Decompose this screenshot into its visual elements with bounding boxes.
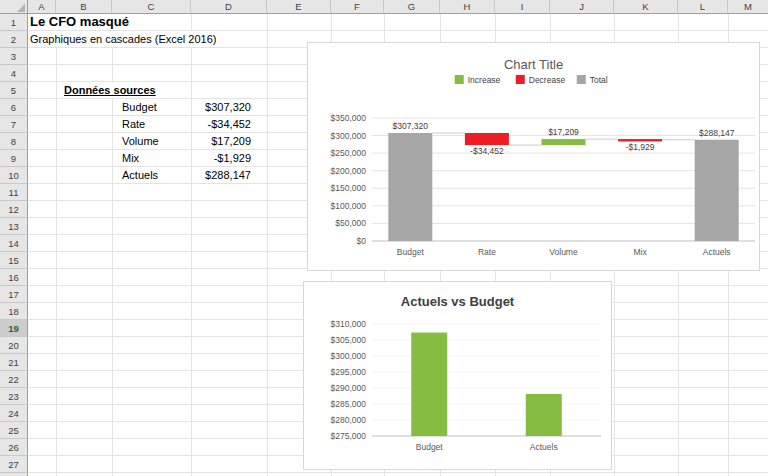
cell-value-rate[interactable]: -$34,452 xyxy=(192,116,259,132)
row-header-8[interactable]: 8 xyxy=(0,133,28,150)
cell-value-mix[interactable]: -$1,929 xyxy=(192,150,259,166)
legend-label-total[interactable]: Total xyxy=(590,75,608,85)
legend-swatch-increase[interactable] xyxy=(455,75,464,84)
waterfall-bar-rate[interactable] xyxy=(465,133,509,145)
row-header-18[interactable]: 18 xyxy=(0,303,28,320)
row-header-4[interactable]: 4 xyxy=(0,65,28,82)
y-tick-label: $200,000 xyxy=(331,166,367,176)
cell-value-volume[interactable]: $17,209 xyxy=(192,133,259,149)
column-header-D[interactable]: D xyxy=(191,0,267,14)
row-header-2[interactable]: 2 xyxy=(0,31,28,48)
bar-actuels[interactable] xyxy=(526,394,562,436)
row-header-6[interactable]: 6 xyxy=(0,99,28,116)
cell-label-volume[interactable]: Volume xyxy=(122,133,159,149)
row-header-9[interactable]: 9 xyxy=(0,150,28,167)
chart-title[interactable]: Chart Title xyxy=(504,57,563,72)
waterfall-chart-svg: Chart TitleIncreaseDecreaseTotal$0$50,00… xyxy=(308,43,759,270)
cell-value-actuels[interactable]: $288,147 xyxy=(192,167,259,183)
row-header-7[interactable]: 7 xyxy=(0,116,28,133)
bar-budget[interactable] xyxy=(411,333,447,436)
cell-label-actuels[interactable]: Actuels xyxy=(122,167,158,183)
column-header-F[interactable]: F xyxy=(331,0,384,14)
legend-swatch-total[interactable] xyxy=(577,75,586,84)
row-header-12[interactable]: 12 xyxy=(0,201,28,218)
row-header-20[interactable]: 20 xyxy=(0,337,28,354)
column-header-M[interactable]: M xyxy=(728,0,768,14)
column-header-E[interactable]: E xyxy=(267,0,331,14)
column-header-B[interactable]: B xyxy=(56,0,112,14)
row-header-17[interactable]: 17 xyxy=(0,286,28,303)
y-tick-label: $295,000 xyxy=(331,367,367,377)
x-tick-label: Actuels xyxy=(530,442,558,452)
waterfall-chart[interactable]: Chart TitleIncreaseDecreaseTotal$0$50,00… xyxy=(307,42,760,271)
row-header-24[interactable]: 24 xyxy=(0,405,28,422)
row-header-14[interactable]: 14 xyxy=(0,235,28,252)
spreadsheet: ABCDEFGHIJKLM 12345678910111213141516171… xyxy=(0,0,768,476)
y-tick-label: $350,000 xyxy=(331,113,367,123)
y-tick-label: $0 xyxy=(357,236,367,246)
column-header-K[interactable]: K xyxy=(614,0,678,14)
chart-title[interactable]: Actuels vs Budget xyxy=(401,294,515,309)
row-header-10[interactable]: 10 xyxy=(0,167,28,184)
cell-sheet-subtitle[interactable]: Graphiques en cascades (Excel 2016) xyxy=(30,31,217,47)
column-header-H[interactable]: H xyxy=(440,0,495,14)
y-tick-label: $100,000 xyxy=(331,201,367,211)
row-header-19[interactable]: 19 xyxy=(0,320,28,337)
x-tick-label: Rate xyxy=(478,247,496,257)
column-header-L[interactable]: L xyxy=(678,0,728,14)
cell-value-budget[interactable]: $307,320 xyxy=(192,99,259,115)
waterfall-bar-mix[interactable] xyxy=(618,139,662,141)
cell-label-mix[interactable]: Mix xyxy=(122,150,139,166)
y-tick-label: $305,000 xyxy=(331,335,367,345)
y-tick-label: $290,000 xyxy=(331,383,367,393)
row-header-15[interactable]: 15 xyxy=(0,252,28,269)
bar-chart-svg: Actuels vs Budget$275,000$280,000$285,00… xyxy=(304,282,611,469)
row-header-16[interactable]: 16 xyxy=(0,269,28,286)
grid-vline xyxy=(56,14,57,476)
row-header-23[interactable]: 23 xyxy=(0,388,28,405)
y-tick-label: $250,000 xyxy=(331,148,367,158)
x-tick-label: Budget xyxy=(397,247,425,257)
grid-vline xyxy=(267,14,268,476)
legend-label-decrease[interactable]: Decrease xyxy=(529,75,566,85)
y-tick-label: $50,000 xyxy=(335,218,366,228)
grid-vline xyxy=(191,14,192,476)
waterfall-bar-actuels[interactable] xyxy=(695,140,739,241)
row-header-27[interactable]: 27 xyxy=(0,456,28,473)
row-header-22[interactable]: 22 xyxy=(0,371,28,388)
y-tick-label: $310,000 xyxy=(331,319,367,329)
column-header-J[interactable]: J xyxy=(550,0,614,14)
row-header-1[interactable]: 1 xyxy=(0,14,28,31)
cell-label-rate[interactable]: Rate xyxy=(122,116,145,132)
data-label: $288,147 xyxy=(699,128,735,138)
legend-label-increase[interactable]: Increase xyxy=(468,75,501,85)
cell-sheet-title[interactable]: Le CFO masqué xyxy=(30,14,129,30)
row-header-5[interactable]: 5 xyxy=(0,82,28,99)
row-header-11[interactable]: 11 xyxy=(0,184,28,201)
grid-hline xyxy=(28,472,768,473)
row-header-13[interactable]: 13 xyxy=(0,218,28,235)
data-label: $17,209 xyxy=(548,127,579,137)
y-tick-label: $300,000 xyxy=(331,351,367,361)
y-tick-label: $150,000 xyxy=(331,183,367,193)
waterfall-bar-volume[interactable] xyxy=(542,139,586,145)
column-header-G[interactable]: G xyxy=(384,0,440,14)
column-header-C[interactable]: C xyxy=(112,0,191,14)
legend-swatch-decrease[interactable] xyxy=(516,75,525,84)
bar-chart[interactable]: Actuels vs Budget$275,000$280,000$285,00… xyxy=(303,281,612,470)
row-header-3[interactable]: 3 xyxy=(0,48,28,65)
row-header-26[interactable]: 26 xyxy=(0,439,28,456)
y-tick-label: $300,000 xyxy=(331,131,367,141)
column-header-A[interactable]: A xyxy=(28,0,56,14)
waterfall-bar-budget[interactable] xyxy=(388,133,432,241)
x-tick-label: Mix xyxy=(633,247,647,257)
column-header-I[interactable]: I xyxy=(495,0,550,14)
row-header-25[interactable]: 25 xyxy=(0,422,28,439)
cell-label-budget[interactable]: Budget xyxy=(122,99,157,115)
row-header-21[interactable]: 21 xyxy=(0,354,28,371)
select-all-corner[interactable] xyxy=(0,0,28,14)
cell-data-sources-header[interactable]: Données sources xyxy=(64,82,156,98)
x-tick-label: Budget xyxy=(416,442,444,452)
x-tick-label: Actuels xyxy=(703,247,731,257)
x-tick-label: Volume xyxy=(549,247,578,257)
